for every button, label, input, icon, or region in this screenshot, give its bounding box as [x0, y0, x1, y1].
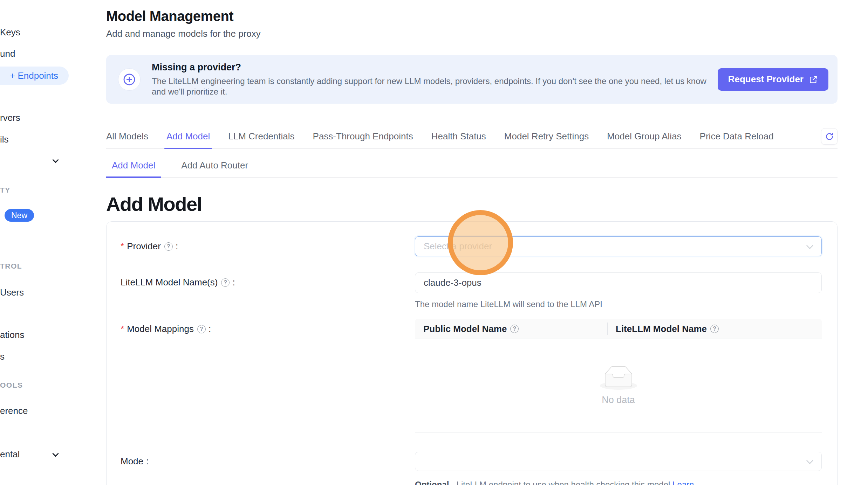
- model-mappings-table: Public Model Name ? LiteLLM Model Name ?: [415, 319, 822, 433]
- chevron-down-icon: [806, 242, 813, 249]
- refresh-button[interactable]: [821, 128, 838, 145]
- learn-link[interactable]: Learn: [672, 480, 694, 485]
- external-link-icon: [809, 75, 818, 84]
- provider-label-text: Provider: [127, 241, 161, 252]
- request-provider-label: Request Provider: [728, 74, 804, 85]
- help-icon[interactable]: ?: [197, 325, 206, 333]
- header-divider: [607, 323, 608, 335]
- page-title: Model Management: [106, 8, 838, 24]
- label-colon: :: [232, 277, 235, 288]
- model-mappings-label: * Model Mappings ? :: [121, 319, 415, 339]
- sidebar-item-playground[interactable]: und: [0, 48, 15, 59]
- provider-select[interactable]: Select a provider: [415, 236, 822, 256]
- tab-all-models[interactable]: All Models: [106, 131, 148, 148]
- mode-helper-text: - LiteLLM endpoint to use when health ch…: [449, 480, 672, 485]
- col-litellm-label: LiteLLM Model Name: [616, 324, 707, 334]
- help-icon[interactable]: ?: [221, 278, 230, 287]
- sidebar-item-reference[interactable]: erence: [0, 406, 28, 416]
- tab-add-model[interactable]: Add Model: [166, 131, 210, 148]
- sidebar-section-tools: OOLS: [0, 381, 23, 389]
- col-litellm-model-name: LiteLLM Model Name ?: [607, 324, 822, 334]
- label-colon: :: [209, 324, 211, 334]
- tab-llm-credentials[interactable]: LLM Credentials: [228, 131, 294, 148]
- sidebar-item-experimental[interactable]: ental: [0, 449, 20, 460]
- sidebar-section-observability: TY: [0, 186, 11, 194]
- main-content: Model Management Add and manage models f…: [106, 0, 838, 485]
- model-name-helper: The model name LiteLLM will send to the …: [415, 299, 822, 309]
- model-name-field-wrap: claude-3-opus The model name LiteLLM wil…: [415, 272, 822, 309]
- new-badge[interactable]: New: [5, 209, 34, 222]
- tab-price-data-reload[interactable]: Price Data Reload: [700, 131, 774, 148]
- tab-pass-through-endpoints[interactable]: Pass-Through Endpoints: [313, 131, 413, 148]
- chevron-down-icon[interactable]: [52, 450, 59, 457]
- model-name-row: LiteLLM Model Name(s) ? : claude-3-opus …: [121, 272, 822, 309]
- provider-row: * Provider ? : Select a provider: [121, 236, 822, 256]
- label-colon: :: [176, 241, 178, 252]
- required-asterisk: *: [121, 241, 124, 252]
- missing-provider-banner: Missing a provider? The LiteLLM engineer…: [106, 55, 838, 104]
- mode-helper: Optional - LiteLLM endpoint to use when …: [415, 480, 822, 485]
- mode-select[interactable]: [415, 452, 822, 471]
- help-icon[interactable]: ?: [510, 325, 519, 333]
- subtab-add-auto-router[interactable]: Add Auto Router: [176, 149, 254, 177]
- chevron-down-icon[interactable]: [52, 157, 59, 163]
- sidebar-item-users[interactable]: Users: [0, 287, 24, 298]
- refresh-icon: [825, 132, 834, 141]
- model-name-value: claude-3-opus: [424, 277, 481, 288]
- banner-title: Missing a provider?: [152, 62, 712, 73]
- provider-label: * Provider ? :: [121, 236, 415, 256]
- help-icon[interactable]: ?: [710, 325, 719, 333]
- request-provider-button[interactable]: Request Provider: [718, 68, 828, 91]
- sidebar-item-servers[interactable]: rvers: [0, 112, 20, 123]
- sidebar-item-label: + Endpoints: [10, 70, 58, 81]
- model-name-input[interactable]: claude-3-opus: [415, 272, 822, 293]
- model-tabs: All Models Add Model LLM Credentials Pas…: [106, 131, 838, 149]
- tab-model-retry-settings[interactable]: Model Retry Settings: [504, 131, 589, 148]
- help-icon[interactable]: ?: [164, 242, 173, 251]
- add-model-heading: Add Model: [106, 193, 838, 215]
- chevron-down-icon: [806, 457, 813, 464]
- mode-label-text: Mode: [121, 456, 143, 467]
- banner-text: Missing a provider? The LiteLLM engineer…: [152, 62, 712, 97]
- model-mappings-label-text: Model Mappings: [127, 324, 194, 334]
- tab-model-group-alias[interactable]: Model Group Alias: [607, 131, 681, 148]
- required-asterisk: *: [121, 324, 124, 334]
- sidebar-section-access-control: TROL: [0, 262, 22, 270]
- sidebar-item-models-endpoints[interactable]: + Endpoints: [0, 67, 69, 85]
- table-empty-state: No data: [415, 339, 822, 433]
- model-name-label-text: LiteLLM Model Name(s): [121, 277, 218, 288]
- sidebar: Keys und + Endpoints rvers ils TY New TR…: [0, 0, 81, 485]
- col-public-label: Public Model Name: [423, 324, 507, 334]
- mode-field-wrap: Optional - LiteLLM endpoint to use when …: [415, 452, 822, 485]
- sidebar-item-organizations[interactable]: ations: [0, 330, 24, 340]
- model-mappings-row: * Model Mappings ? : Public Model Name ?…: [121, 319, 822, 433]
- sidebar-item-keys[interactable]: Keys: [0, 27, 20, 38]
- mode-label: Mode :: [121, 452, 415, 471]
- sidebar-item-guardrails[interactable]: ils: [0, 134, 9, 145]
- provider-placeholder: Select a provider: [424, 241, 492, 252]
- table-header: Public Model Name ? LiteLLM Model Name ?: [415, 319, 822, 339]
- page-subtitle: Add and manage models for the proxy: [106, 28, 838, 39]
- mode-row: Mode : Optional - LiteLLM endpoint to us…: [121, 452, 822, 485]
- subtab-add-model[interactable]: Add Model: [106, 149, 161, 177]
- add-model-subtabs: Add Model Add Auto Router: [106, 149, 838, 178]
- sidebar-item-teams[interactable]: s: [0, 351, 5, 362]
- model-name-label: LiteLLM Model Name(s) ? :: [121, 272, 415, 292]
- no-data-text: No data: [602, 395, 635, 406]
- empty-inbox-icon: [600, 366, 637, 390]
- banner-body: The LiteLLM engineering team is constant…: [152, 76, 712, 97]
- model-management-page: Keys und + Endpoints rvers ils TY New TR…: [0, 0, 868, 485]
- add-model-form-card: * Provider ? : Select a provider LiteLLM…: [106, 221, 838, 485]
- col-public-model-name: Public Model Name ?: [415, 324, 607, 334]
- plus-circle-icon: [118, 68, 141, 91]
- label-colon: :: [146, 456, 149, 467]
- tab-health-status[interactable]: Health Status: [431, 131, 486, 148]
- mode-helper-bold: Optional: [415, 480, 449, 485]
